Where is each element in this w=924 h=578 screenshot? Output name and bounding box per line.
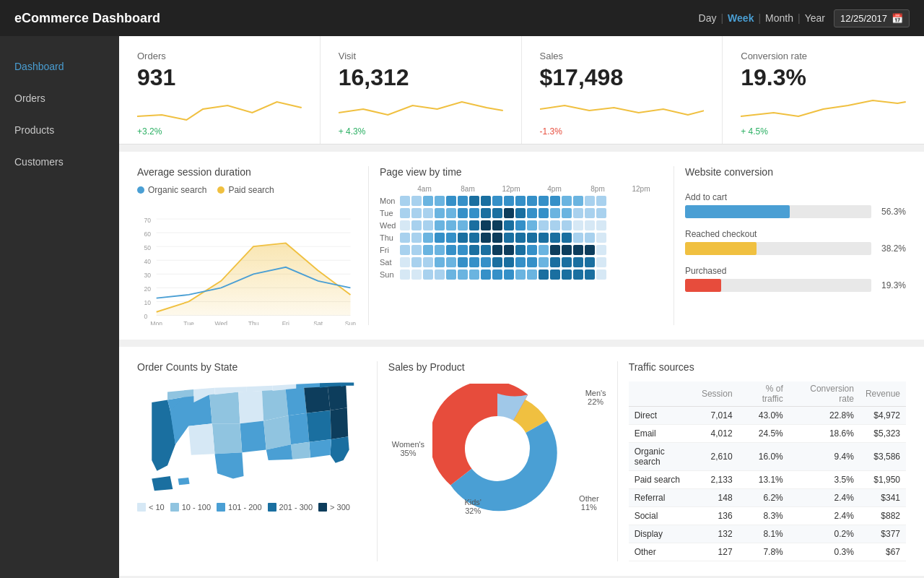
heatmap-cell [469,220,479,230]
table-row: Social1368.3%2.4%$882 [629,507,906,525]
kpi-sales-value: $17,498 [540,64,705,91]
time-filters: Day | Week | Month | Year [699,12,825,24]
heatmap-cell [469,233,479,243]
main-layout: Dashboard Orders Products Customers Orde… [0,36,924,578]
heatmap-row-mon: Mon [380,196,663,206]
heatmap-cell [573,196,583,206]
legend-101-200: 101 - 200 [217,503,261,512]
sidebar-item-orders[interactable]: Orders [0,82,119,114]
time-filter-year[interactable]: Year [805,12,825,24]
sidebar-item-customers[interactable]: Customers [0,146,119,178]
header-controls: Day | Week | Month | Year 12/25/2017 📅 [699,9,910,27]
heatmap-cell [400,257,410,267]
heatmap-cell [539,196,549,206]
kpi-visit-label: Visit [339,51,503,61]
conversion-purchased: Purchased 19.3% [685,266,906,292]
conversion-sparkline [741,95,906,124]
heatmap-cell [400,269,410,280]
avg-session-section: Average session duration Organic search … [137,166,369,325]
svg-point-24 [465,416,530,481]
date-value: 12/25/2017 [840,13,887,24]
heatmap-time-12pm2: 12pm [619,185,663,193]
sidebar-item-dashboard[interactable]: Dashboard [0,51,119,82]
10-100-label: 10 - 100 [182,503,211,512]
heatmap-cell [504,245,514,255]
heatmap-cell [458,208,468,218]
svg-text:10: 10 [144,299,152,306]
kids-label: Kids'32% [464,498,481,515]
heatmap-day-label-thu: Thu [380,233,400,242]
heatmap-cell [527,233,537,243]
heatmap-cell [481,196,491,206]
svg-text:0: 0 [144,313,148,320]
sidebar-item-products[interactable]: Products [0,114,119,146]
paid-dot [217,186,225,194]
legend-201-300: 201 - 300 [268,503,313,512]
heatmap-cell [562,208,572,218]
kpi-conversion-change: + 4.5% [741,126,906,137]
heatmap-cell [400,245,410,255]
heatmap-cell [539,233,549,243]
session-chart: 0 10 20 30 40 50 60 70 [137,202,357,325]
add-to-cart-bar-bg [685,205,871,218]
other-label: Other11% [579,494,599,512]
purchased-bar [685,279,721,292]
heatmap-row-tue: Tue [380,208,663,218]
heatmap-cell [446,245,456,255]
heatmap-cell [596,208,606,218]
mens-label: Men's22% [585,389,606,406]
heatmap-cell [596,269,606,280]
heatmap-time-8am: 8am [446,185,489,193]
lt10-color [137,503,146,512]
date-picker[interactable]: 12/25/2017 📅 [834,9,910,27]
svg-text:Sun: Sun [345,320,356,325]
bottom-row: Order Counts by State [119,347,924,576]
heatmap-cell [527,269,537,280]
201-300-label: 201 - 300 [279,503,313,512]
heatmap-cell [446,208,456,218]
heatmap-cell [411,257,422,267]
heatmap-cell [539,269,549,280]
time-filter-month[interactable]: Month [765,12,793,24]
reached-checkout-pct: 38.2% [877,243,906,254]
heatmap-cell [411,245,422,255]
heatmap-cell [481,257,491,267]
heatmap-cell [527,220,537,230]
heatmap-cell [550,208,560,218]
heatmap-cell [492,269,502,280]
order-counts-section: Order Counts by State [137,361,378,561]
kpi-conversion-value: 19.3% [741,64,906,91]
heatmap-cell [527,196,537,206]
table-row: Other1277.8%0.3%$67 [629,543,906,561]
time-filter-day[interactable]: Day [699,12,717,24]
heatmap-cell [458,269,468,280]
heatmap-cell [585,257,595,267]
svg-text:70: 70 [144,217,152,224]
table-row: Referral1486.2%2.4%$341 [629,489,906,507]
heatmap-cell [423,196,433,206]
us-map-svg [137,381,366,497]
order-counts-title: Order Counts by State [137,361,366,373]
time-filter-week[interactable]: Week [728,12,754,24]
heatmap-cell [550,269,560,280]
heatmap-cell [492,220,502,230]
sidebar: Dashboard Orders Products Customers [0,36,119,578]
reached-checkout-bar-bg [685,242,871,255]
page-view-title: Page view by time [380,166,663,178]
heatmap-cell [411,233,422,243]
organic-dot [137,186,144,194]
svg-text:60: 60 [144,230,152,238]
heatmap-cell [446,220,456,230]
heatmap-cell [562,269,572,280]
heatmap-time-4pm: 4pm [533,185,576,193]
paid-label: Paid search [228,185,274,195]
table-row: Organic search2,61016.0%9.4%$3,586 [629,443,906,471]
purchased-bar-bg [685,279,871,292]
heatmap-cell [458,233,468,243]
201-300-color [268,503,276,512]
conversion-reached-checkout: Reached checkout 38.2% [685,229,906,255]
sales-by-product-section: Sales by Product [378,361,618,561]
svg-text:Mon: Mon [150,320,162,325]
heatmap-cell [481,233,491,243]
header: eCommerce Dashboard Day | Week | Month |… [0,0,924,36]
